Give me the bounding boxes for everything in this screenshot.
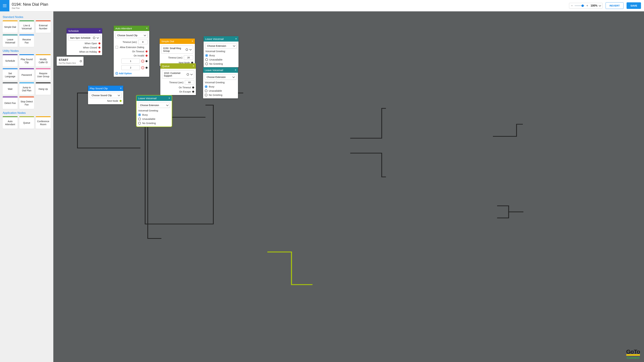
link-icon bbox=[186, 48, 188, 51]
palette-item[interactable]: Simple Dial bbox=[3, 20, 18, 33]
port[interactable] bbox=[98, 46, 100, 49]
chevron-down-icon bbox=[96, 36, 99, 39]
remove-icon[interactable]: − bbox=[141, 60, 144, 63]
port[interactable] bbox=[146, 67, 148, 69]
option-input[interactable] bbox=[122, 59, 140, 63]
palette-item[interactable]: Conference Room bbox=[36, 116, 51, 129]
node-title: Simple Dial bbox=[161, 40, 174, 43]
palette-item[interactable]: Modify Caller ID bbox=[36, 54, 51, 67]
palette-item[interactable]: Jump to Dial Plan bbox=[19, 82, 34, 95]
close-icon[interactable]: × bbox=[168, 97, 170, 100]
port[interactable] bbox=[146, 50, 148, 52]
port[interactable] bbox=[98, 42, 100, 44]
greeting-label: Voicemail Greeting: bbox=[205, 81, 236, 84]
palette-item[interactable]: External Number bbox=[36, 20, 51, 33]
save-button[interactable]: SAVE bbox=[626, 2, 641, 9]
zoom-control: − + 100% bbox=[569, 3, 602, 8]
chevron-down-icon bbox=[144, 34, 146, 36]
greeting-label: Voicemail Greeting: bbox=[205, 50, 237, 53]
close-icon[interactable]: × bbox=[120, 87, 122, 90]
link-icon bbox=[93, 37, 95, 39]
canvas[interactable]: START Dial Plan Begins Here Schedule × 9… bbox=[53, 11, 644, 362]
radio-busy[interactable] bbox=[205, 54, 208, 57]
radio-unavailable[interactable] bbox=[205, 89, 208, 92]
allow-ext-checkbox[interactable] bbox=[116, 46, 118, 49]
zoom-slider[interactable] bbox=[574, 5, 585, 6]
chevron-down-icon[interactable] bbox=[599, 4, 601, 6]
option-input[interactable] bbox=[122, 65, 140, 70]
timeout-input[interactable] bbox=[138, 40, 148, 44]
section-standard: Standard Nodes bbox=[3, 15, 51, 19]
palette-item[interactable]: Hang Up bbox=[36, 82, 51, 95]
port[interactable] bbox=[80, 60, 82, 62]
palette-item[interactable]: Wait bbox=[3, 82, 18, 95]
radio-no-greeting[interactable] bbox=[205, 62, 208, 65]
dial-select[interactable]: 0150: Small Ring Group bbox=[161, 45, 193, 54]
radio-unavailable[interactable] bbox=[205, 58, 208, 61]
port[interactable] bbox=[120, 100, 122, 102]
port[interactable] bbox=[192, 91, 194, 93]
palette-item[interactable]: Stop Detect Fax bbox=[19, 96, 34, 109]
start-node[interactable]: START Dial Plan Begins Here bbox=[57, 57, 84, 66]
radio-busy[interactable] bbox=[205, 85, 208, 88]
palette-item[interactable]: Auto Attendant bbox=[3, 116, 18, 129]
zoom-out-button[interactable]: − bbox=[571, 4, 573, 7]
zoom-in-button[interactable]: + bbox=[586, 4, 588, 7]
close-icon[interactable]: × bbox=[235, 68, 236, 71]
radio-no-greeting[interactable] bbox=[205, 94, 208, 96]
palette-item[interactable]: Require User Group bbox=[36, 68, 51, 81]
palette-item[interactable]: Receive Fax bbox=[19, 34, 34, 47]
schedule-select[interactable]: 9am-5pm Schedule bbox=[68, 35, 100, 40]
palette-item[interactable]: Set Language bbox=[3, 68, 18, 81]
close-icon[interactable]: × bbox=[193, 64, 194, 67]
palette-item[interactable]: Schedule bbox=[3, 54, 18, 67]
close-icon[interactable]: × bbox=[192, 40, 193, 43]
palette-item[interactable]: Queue bbox=[19, 116, 34, 129]
node-title: Play Sound Clip bbox=[90, 87, 108, 90]
close-icon[interactable]: × bbox=[235, 37, 237, 40]
menu-button[interactable] bbox=[0, 0, 10, 11]
play-sound-node[interactable]: Play Sound Clip × Choose Sound Clip Next… bbox=[88, 86, 123, 104]
leave-voicemail-node[interactable]: Leave Voicemail × Choose Extension Voice… bbox=[203, 67, 238, 98]
palette-item[interactable]: Line & Voicemail bbox=[19, 20, 34, 33]
palette-item[interactable]: Detect Fax bbox=[3, 96, 18, 109]
hamburger-icon bbox=[3, 4, 6, 7]
port[interactable] bbox=[192, 86, 194, 88]
remove-icon[interactable]: − bbox=[141, 66, 144, 69]
add-option-button[interactable]: +Add Option bbox=[116, 72, 148, 75]
radio-busy[interactable] bbox=[138, 113, 141, 116]
link-icon bbox=[187, 73, 189, 76]
node-title: Schedule bbox=[68, 29, 79, 32]
zoom-value: 100% bbox=[591, 4, 598, 7]
extension-select[interactable]: Choose Extension bbox=[138, 103, 170, 108]
timeout-input[interactable] bbox=[185, 80, 194, 85]
leave-voicemail-node[interactable]: Leave Voicemail × Choose Extension Voice… bbox=[204, 36, 238, 67]
chevron-down-icon bbox=[118, 94, 120, 96]
node-palette: Standard Nodes Simple DialLine & Voicema… bbox=[0, 11, 53, 362]
radio-no-greeting[interactable] bbox=[138, 122, 141, 124]
extension-select[interactable]: Choose Extension bbox=[205, 74, 236, 80]
close-icon[interactable]: × bbox=[146, 27, 148, 30]
branding: GoTo Connect bbox=[626, 349, 640, 360]
extension-select[interactable]: Choose Extension bbox=[205, 43, 237, 49]
topbar: 0194: New Dial Plan Dial Plan − + 100% R… bbox=[0, 0, 644, 11]
palette-item[interactable]: Password bbox=[19, 68, 34, 81]
port[interactable] bbox=[146, 60, 148, 62]
radio-unavailable[interactable] bbox=[138, 118, 141, 120]
revert-button[interactable]: REVERT bbox=[606, 2, 624, 9]
close-icon[interactable]: × bbox=[99, 29, 100, 32]
port[interactable] bbox=[146, 55, 148, 57]
palette-item[interactable]: Leave Voicemail bbox=[3, 34, 18, 47]
auto-attendant-node[interactable]: Auto Attendant × Choose Sound Clip Timeo… bbox=[114, 26, 149, 77]
timeout-input[interactable] bbox=[184, 55, 193, 60]
queue-node[interactable]: Queue × 1010: Customer Support Timeout (… bbox=[160, 63, 196, 95]
sound-select[interactable]: Choose Sound Clip bbox=[116, 33, 148, 38]
sound-select[interactable]: Choose Sound Clip bbox=[90, 93, 122, 98]
start-title: START bbox=[59, 58, 82, 62]
port[interactable] bbox=[98, 51, 100, 53]
palette-item[interactable]: Play Sound Clip bbox=[19, 54, 34, 67]
leave-voicemail-node[interactable]: Leave Voicemail × Choose Extension Voice… bbox=[136, 95, 172, 126]
queue-select[interactable]: 1010: Customer Support bbox=[162, 70, 194, 78]
schedule-node[interactable]: Schedule × 9am-5pm Schedule When Open Wh… bbox=[66, 28, 102, 55]
simple-dial-node[interactable]: Simple Dial × 0150: Small Ring Group Tim… bbox=[160, 38, 195, 66]
